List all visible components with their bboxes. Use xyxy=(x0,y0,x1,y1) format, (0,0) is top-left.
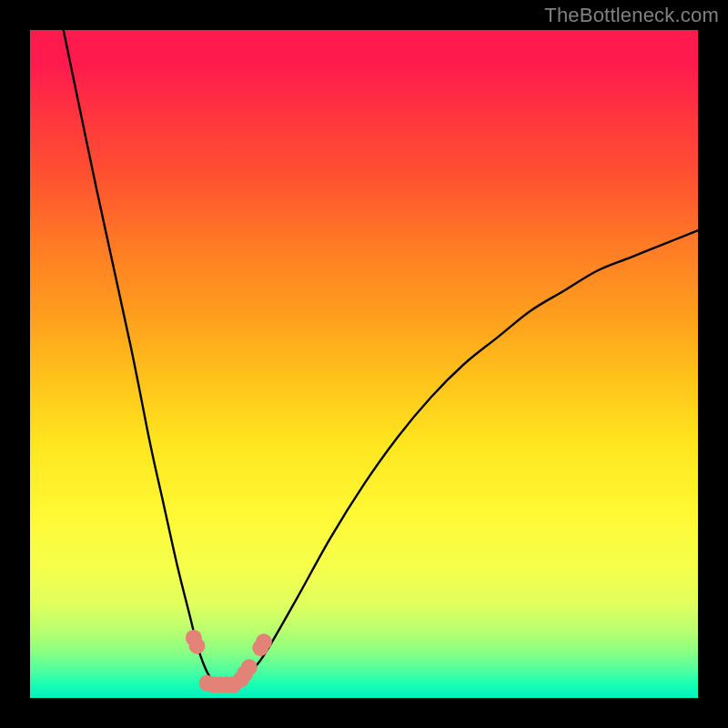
chart-frame: TheBottleneck.com xyxy=(0,0,728,728)
watermark-text: TheBottleneck.com xyxy=(544,4,719,27)
curve-layer xyxy=(30,30,698,698)
bottleneck-curve-path xyxy=(64,30,698,685)
plot-area xyxy=(30,30,698,698)
